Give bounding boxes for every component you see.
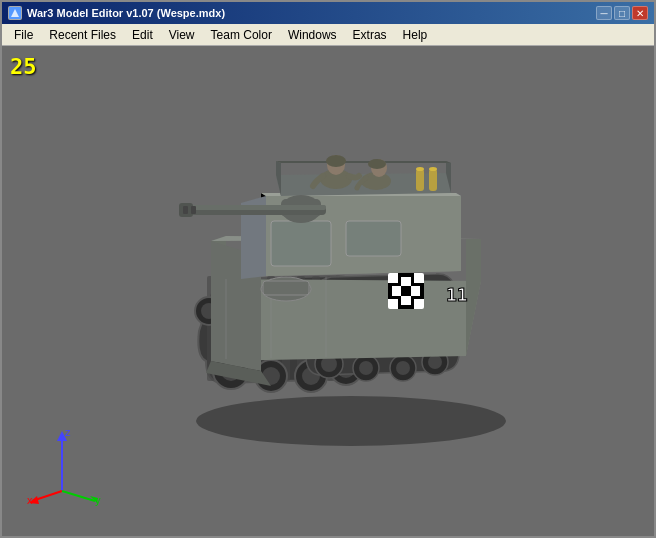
svg-rect-69 — [181, 205, 326, 210]
title-bar-left: War3 Model Editor v1.07 (Wespe.mdx) — [8, 6, 225, 20]
svg-rect-78 — [401, 286, 411, 296]
viewport[interactable]: 25 — [2, 46, 654, 536]
svg-point-28 — [396, 361, 410, 375]
svg-point-64 — [416, 167, 424, 171]
title-bar: War3 Model Editor v1.07 (Wespe.mdx) ─ □ … — [2, 2, 654, 24]
x-axis-label: x — [27, 494, 33, 506]
svg-point-2 — [196, 396, 506, 446]
main-window: War3 Model Editor v1.07 (Wespe.mdx) ─ □ … — [0, 0, 656, 538]
svg-rect-72 — [191, 206, 196, 214]
close-button[interactable]: ✕ — [632, 6, 648, 20]
svg-text:11: 11 — [446, 284, 468, 305]
menu-extras[interactable]: Extras — [345, 26, 395, 44]
svg-rect-62 — [416, 169, 424, 191]
menu-recent-files[interactable]: Recent Files — [41, 26, 124, 44]
tank-model: 11 — [151, 121, 571, 461]
z-axis-label: z — [65, 426, 71, 438]
svg-rect-51 — [346, 221, 401, 256]
menu-team-color[interactable]: Team Color — [203, 26, 280, 44]
svg-rect-63 — [429, 169, 437, 191]
svg-point-65 — [429, 167, 437, 171]
svg-rect-50 — [271, 221, 331, 266]
menu-windows[interactable]: Windows — [280, 26, 345, 44]
y-axis-label: y — [95, 494, 101, 506]
svg-point-26 — [359, 361, 373, 375]
svg-point-30 — [428, 355, 442, 369]
svg-marker-35 — [466, 239, 481, 356]
menu-help[interactable]: Help — [395, 26, 436, 44]
minimize-button[interactable]: ─ — [596, 6, 612, 20]
svg-rect-71 — [183, 206, 188, 214]
svg-line-84 — [62, 491, 95, 501]
menu-view[interactable]: View — [161, 26, 203, 44]
menu-edit[interactable]: Edit — [124, 26, 161, 44]
frame-counter: 25 — [10, 54, 37, 79]
svg-rect-43 — [263, 281, 309, 295]
maximize-button[interactable]: □ — [614, 6, 630, 20]
menu-bar: File Recent Files Edit View Team Color W… — [2, 24, 654, 46]
svg-point-58 — [326, 155, 346, 167]
svg-point-61 — [368, 159, 386, 169]
svg-marker-53 — [276, 161, 281, 196]
window-title: War3 Model Editor v1.07 (Wespe.mdx) — [27, 7, 225, 19]
app-icon — [8, 6, 22, 20]
menu-file[interactable]: File — [6, 26, 41, 44]
axes-indicator: z x y — [27, 426, 107, 506]
svg-marker-55 — [276, 161, 451, 163]
title-bar-controls: ─ □ ✕ — [596, 6, 648, 20]
